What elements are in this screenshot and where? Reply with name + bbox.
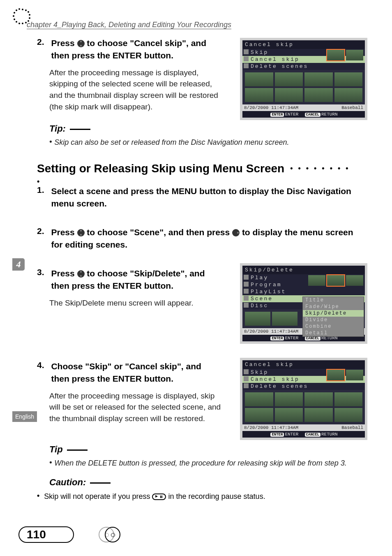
tip-body: •When the DELETE button is pressed, the … <box>49 458 362 468</box>
step-number: 1. <box>37 185 49 195</box>
thumbnail-grid <box>242 390 365 424</box>
submenu: Title Fade/Wipe Skip/Delete Divide Combi… <box>302 297 364 337</box>
screenshot-cancel-skip-1: Cancel skip Skip Cancel skip Delete scen… <box>240 38 367 120</box>
caution-body: • Skip will not operate if you press in … <box>37 491 366 501</box>
tip-heading: Tip <box>49 444 362 455</box>
step-title: Press to choose "Skip/Delete", and then … <box>51 267 219 292</box>
screenshot-title: Skip/Delete <box>242 266 365 274</box>
joystick-updown-icon <box>77 270 85 278</box>
play-pause-button-icon <box>152 493 166 500</box>
thumbnail-grid <box>242 70 365 104</box>
chapter-header: chapter 4_Playing Back, Deleting and Edi… <box>27 21 231 29</box>
step-title: Choose "Skip" or "Cancel skip", and then… <box>51 360 219 385</box>
screenshot-title: Cancel skip <box>242 40 365 49</box>
menu-row: PlayList <box>242 288 365 295</box>
tip-body: •Skip can also be set or released from t… <box>49 137 362 147</box>
screenshot-cancel-skip-2: Cancel skip Skip Cancel skip Delete scen… <box>240 358 367 440</box>
step-number: 4. <box>37 360 49 370</box>
step-title: Press to choose "Scene", and then press … <box>51 226 355 251</box>
menu-row: Delete scenes <box>242 383 365 390</box>
page-footer: 110 <box>18 526 101 544</box>
step-title: Select a scene and press the MENU button… <box>51 185 355 210</box>
section-heading: Setting or Releasing Skip using Menu Scr… <box>37 162 350 188</box>
thumbnail-grid <box>242 309 300 328</box>
tip-heading: Tip: <box>49 123 362 134</box>
step-body: After the proceeding message is displaye… <box>49 67 226 112</box>
screenshot-title: Cancel skip <box>242 360 365 369</box>
page-number: 110 <box>18 526 74 543</box>
joystick-updown-icon <box>77 229 85 236</box>
menu-row: Delete scenes <box>242 63 365 70</box>
step-title-text-a: Press <box>51 38 77 48</box>
status-bar: 8/20/2000 11:47:34AMBaseball <box>242 424 365 431</box>
step-number: 2. <box>37 226 49 236</box>
button-hint-bar: ENTERENTER CANCELRETURN <box>242 431 365 438</box>
step-number: 2. <box>37 37 49 47</box>
button-hint-bar: ENTERENTER CANCELRETURN <box>242 111 365 118</box>
disc-icon <box>105 527 120 542</box>
status-bar: 8/20/2000 11:47:34AMBaseball <box>242 104 365 111</box>
caution-heading: Caution: <box>49 477 362 488</box>
step-number: 3. <box>37 267 49 277</box>
step-body: The Skip/Delete menu screen will appear. <box>49 297 226 309</box>
thumb-preview <box>327 50 344 60</box>
side-tab-language: English <box>12 411 37 422</box>
step-title: Press to choose "Cancel skip", and then … <box>51 37 219 62</box>
screenshot-skip-delete: Skip/Delete Play Program PlayList Scene … <box>240 263 367 344</box>
joystick-updown-icon <box>77 40 85 47</box>
thumb-preview <box>346 50 363 60</box>
side-tab-chapter-number: 4 <box>12 258 25 271</box>
step-body: After the proceeding message is displaye… <box>49 390 226 424</box>
joystick-right-icon <box>232 229 240 236</box>
